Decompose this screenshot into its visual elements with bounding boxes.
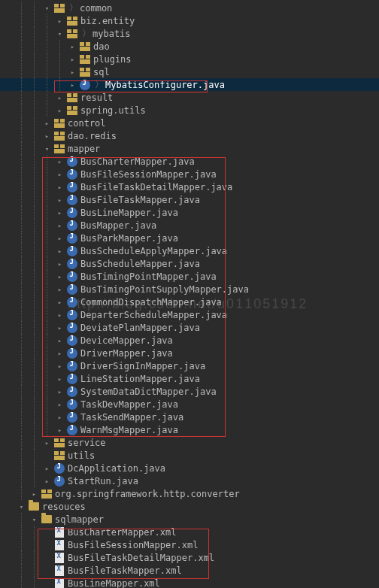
expand-arrow-right-icon[interactable]: ▸ xyxy=(56,273,64,280)
tree-row[interactable]: ▾sqlmapper xyxy=(0,513,379,526)
expand-arrow-right-icon[interactable]: ▸ xyxy=(69,43,77,50)
java-class-icon xyxy=(66,386,78,398)
expand-arrow-right-icon[interactable]: ▸ xyxy=(56,311,64,319)
tree-row[interactable]: ▸BusMapper.java xyxy=(0,219,379,232)
tree-row[interactable]: ▾mapper xyxy=(0,142,379,155)
tree-row[interactable]: ▸DeviatePlanMapper.java xyxy=(0,321,379,334)
tree-node-label: utils xyxy=(68,450,95,461)
breadcrumb-separator-icon: 〉 xyxy=(82,27,91,40)
expand-arrow-down-icon[interactable]: ▾ xyxy=(44,145,51,153)
tree-row[interactable]: ▸TaskSendMapper.java xyxy=(0,411,379,423)
expand-arrow-right-icon[interactable]: ▸ xyxy=(56,107,64,114)
xml-file-icon xyxy=(53,565,65,577)
tree-row[interactable]: ▸BusFileTaskDetailMapper.java xyxy=(0,180,379,193)
tree-row[interactable]: ▸DriverMapper.java xyxy=(0,347,379,359)
expand-arrow-right-icon[interactable]: ▸ xyxy=(56,171,64,178)
expand-arrow-right-icon[interactable]: ▸ xyxy=(44,477,51,485)
expand-arrow-right-icon[interactable]: ▸ xyxy=(56,209,64,217)
expand-arrow-right-icon[interactable]: ▸ xyxy=(56,426,64,434)
tree-row[interactable]: ▸CommondDispatchMapper.java xyxy=(0,296,379,308)
tree-row[interactable]: ▸DeviceMapper.java xyxy=(0,334,379,347)
tree-row[interactable]: ▸BusFileTaskMapper.java xyxy=(0,193,379,206)
tree-row[interactable]: ▸DcApplication.java xyxy=(0,462,379,474)
tree-row[interactable]: ▸BusTimingPointSupplyMapper.java xyxy=(0,283,379,296)
expand-arrow-right-icon[interactable]: ▸ xyxy=(56,324,64,332)
expand-arrow-right-icon[interactable]: ▸ xyxy=(31,490,38,498)
tree-row[interactable]: utils xyxy=(0,449,379,462)
expand-arrow-right-icon[interactable]: ▸ xyxy=(56,299,64,306)
expand-arrow-right-icon[interactable]: ▸ xyxy=(56,362,64,370)
expand-arrow-down-icon[interactable]: ▾ xyxy=(31,516,38,523)
expand-arrow-right-icon[interactable]: ▸ xyxy=(56,94,64,102)
java-class-icon xyxy=(66,335,78,347)
expand-arrow-right-icon[interactable]: ▸ xyxy=(69,81,77,89)
expand-arrow-right-icon[interactable]: ▸ xyxy=(56,286,64,293)
expand-arrow-right-icon[interactable]: ▸ xyxy=(56,158,64,165)
expand-arrow-right-icon[interactable]: ▸ xyxy=(56,222,64,229)
tree-row[interactable]: BusCharterMapper.xml xyxy=(0,526,379,538)
tree-row[interactable]: BusFileSessionMapper.xml xyxy=(0,538,379,551)
expand-arrow-right-icon[interactable]: ▸ xyxy=(56,337,64,344)
tree-row[interactable]: ▸control xyxy=(0,117,379,129)
tree-row[interactable]: ▸LineStationMapper.java xyxy=(0,372,379,385)
tree-row[interactable]: ▸〉MybatisConfigurer.java xyxy=(0,78,379,91)
expand-arrow-down-icon[interactable]: ▾ xyxy=(18,503,26,511)
expand-arrow-right-icon[interactable]: ▸ xyxy=(56,401,64,408)
expand-arrow-right-icon[interactable]: ▸ xyxy=(56,350,64,357)
tree-row[interactable]: ▸DeparterScheduleMapper.java xyxy=(0,308,379,321)
tree-row[interactable]: BusFileTaskMapper.xml xyxy=(0,564,379,577)
tree-row[interactable]: ▸TaskDevMapper.java xyxy=(0,398,379,411)
tree-row[interactable]: ▸BusFileSessionMapper.java xyxy=(0,168,379,180)
tree-row[interactable]: ▸sql xyxy=(0,65,379,78)
expand-arrow-right-icon[interactable]: ▸ xyxy=(56,260,64,268)
expand-arrow-down-icon[interactable]: ▾ xyxy=(44,5,51,12)
tree-row[interactable]: ▸WarnMsgMapper.java xyxy=(0,423,379,436)
expand-arrow-right-icon[interactable]: ▸ xyxy=(56,388,64,396)
expand-arrow-down-icon[interactable]: ▾ xyxy=(56,30,64,38)
expand-arrow-right-icon[interactable]: ▸ xyxy=(56,183,64,191)
expand-arrow-right-icon[interactable]: ▸ xyxy=(56,375,64,383)
tree-row[interactable]: BusLineMapper.xml xyxy=(0,577,379,588)
expand-arrow-right-icon[interactable]: ▸ xyxy=(69,68,77,76)
tree-row[interactable]: ▸BusLineMapper.java xyxy=(0,206,379,219)
java-class-icon xyxy=(66,245,78,257)
tree-row[interactable]: ▸org.springframework.http.converter xyxy=(0,487,379,500)
expand-arrow-right-icon[interactable]: ▸ xyxy=(44,465,51,472)
tree-row[interactable]: BusFileTaskDetailMapper.xml xyxy=(0,551,379,564)
expand-arrow-right-icon[interactable]: ▸ xyxy=(56,196,64,204)
tree-node-label: result xyxy=(80,92,113,103)
tree-row[interactable]: ▸spring.utils xyxy=(0,104,379,117)
tree-row[interactable]: ▾〉mybatis xyxy=(0,27,379,40)
breadcrumb-separator-icon: 〉 xyxy=(69,2,78,14)
expand-arrow-right-icon[interactable]: ▸ xyxy=(56,235,64,242)
tree-row[interactable]: ▸biz.entity xyxy=(0,14,379,27)
tree-row[interactable]: ▸BusCharterMapper.java xyxy=(0,155,379,168)
expand-arrow-right-icon[interactable]: ▸ xyxy=(44,120,51,127)
expand-arrow-right-icon[interactable]: ▸ xyxy=(44,132,51,140)
tree-node-label: BusScheduleMapper.java xyxy=(80,259,200,269)
tree-node-label: LineStationMapper.java xyxy=(80,374,200,384)
tree-row[interactable]: ▸DriverSignInMapper.java xyxy=(0,359,379,372)
tree-row[interactable]: ▸BusParkMapper.java xyxy=(0,232,379,244)
expand-arrow-right-icon[interactable]: ▸ xyxy=(44,439,51,447)
tree-row[interactable]: ▸result xyxy=(0,91,379,104)
tree-row[interactable]: ▸BusScheduleMapper.java xyxy=(0,257,379,270)
tree-row[interactable]: ▸SystemDataDictMapper.java xyxy=(0,385,379,398)
tree-node-label: BusFileTaskDetailMapper.xml xyxy=(68,553,214,563)
tree-row[interactable]: ▸BusScheduleApplyMapper.java xyxy=(0,244,379,257)
expand-arrow-right-icon[interactable]: ▸ xyxy=(56,414,64,421)
expand-arrow-right-icon[interactable]: ▸ xyxy=(56,247,64,255)
tree-row[interactable]: ▸service xyxy=(0,436,379,449)
tree-row[interactable]: ▸BusTimingPointMapper.java xyxy=(0,270,379,283)
tree-row[interactable]: ▾resouces xyxy=(0,500,379,513)
tree-node-label: StartRun.java xyxy=(68,476,138,486)
tree-row[interactable]: ▸dao.redis xyxy=(0,129,379,142)
tree-row[interactable]: ▸plugins xyxy=(0,53,379,65)
tree-row[interactable]: ▾〉common xyxy=(0,2,379,14)
tree-node-label: DeparterScheduleMapper.java xyxy=(80,310,227,320)
expand-arrow-right-icon[interactable]: ▸ xyxy=(69,56,77,63)
expand-arrow-right-icon[interactable]: ▸ xyxy=(56,17,64,25)
java-class-icon xyxy=(66,156,78,168)
tree-row[interactable]: ▸dao xyxy=(0,40,379,53)
tree-row[interactable]: ▸StartRun.java xyxy=(0,474,379,487)
